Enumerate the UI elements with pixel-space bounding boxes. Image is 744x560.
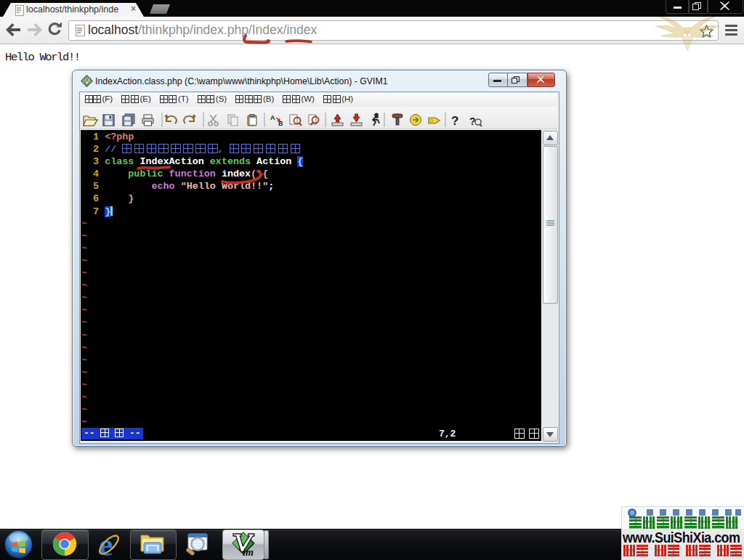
svg-text:im: im [243,547,254,558]
